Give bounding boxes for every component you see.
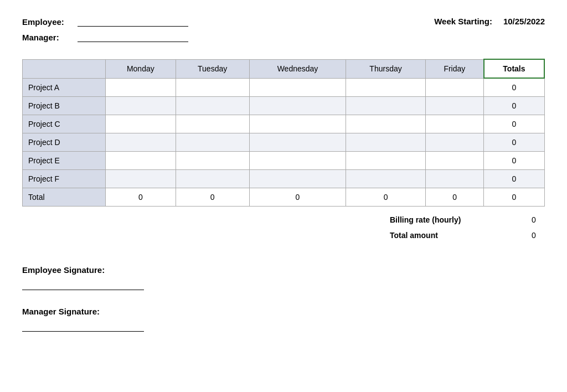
row-hours-cell — [346, 78, 426, 97]
row-project-label: Project D — [23, 133, 106, 152]
row-total: 0 — [484, 78, 544, 97]
billing-section: Billing rate (hourly) 0 Total amount 0 — [22, 212, 545, 243]
row-project-label: Project A — [23, 78, 106, 97]
row-hours-cell — [425, 115, 483, 133]
billing-rate-row: Billing rate (hourly) 0 — [390, 212, 545, 228]
row-hours-cell — [346, 152, 426, 170]
table-row: Project D0 — [23, 133, 545, 152]
table-row: Project B0 — [23, 97, 545, 115]
row-hours-cell — [106, 78, 176, 97]
row-hours-cell — [425, 170, 483, 188]
row-project-label: Project B — [23, 97, 106, 115]
employee-signature-field: Employee Signature: — [22, 265, 545, 290]
billing-rate-value: 0 — [523, 215, 545, 224]
employee-sig-label: Employee Signature: — [22, 265, 545, 275]
total-row-day: 0 — [176, 188, 249, 207]
th-friday: Friday — [425, 59, 483, 78]
table-row: Project E0 — [23, 152, 545, 170]
total-row-day: 0 — [425, 188, 483, 207]
total-row-grand: 0 — [484, 188, 544, 207]
th-wednesday: Wednesday — [249, 59, 346, 78]
row-hours-cell — [346, 133, 426, 152]
row-hours-cell — [425, 133, 483, 152]
employee-label: Employee: — [22, 17, 72, 27]
table-header-row: Monday Tuesday Wednesday Thursday Friday… — [23, 59, 545, 78]
total-row: Total000000 — [23, 188, 545, 207]
row-hours-cell — [106, 170, 176, 188]
row-hours-cell — [425, 78, 483, 97]
row-project-label: Project C — [23, 115, 106, 133]
row-total: 0 — [484, 152, 544, 170]
total-amount-value: 0 — [523, 231, 545, 240]
week-date-value: 10/25/2022 — [503, 17, 545, 26]
row-hours-cell — [176, 152, 249, 170]
th-tuesday: Tuesday — [176, 59, 249, 78]
row-hours-cell — [346, 170, 426, 188]
row-total: 0 — [484, 170, 544, 188]
header-section: Employee: Manager: Week Starting: 10/25/… — [22, 17, 545, 42]
row-hours-cell — [106, 152, 176, 170]
row-hours-cell — [176, 78, 249, 97]
row-hours-cell — [249, 78, 346, 97]
th-thursday: Thursday — [346, 59, 426, 78]
employee-field: Employee: — [22, 17, 188, 27]
total-amount-row: Total amount 0 — [390, 228, 545, 243]
row-hours-cell — [249, 115, 346, 133]
employee-input-line — [78, 17, 188, 27]
row-hours-cell — [425, 97, 483, 115]
row-hours-cell — [176, 170, 249, 188]
row-hours-cell — [249, 133, 346, 152]
manager-label: Manager: — [22, 33, 72, 42]
row-total: 0 — [484, 133, 544, 152]
signature-section: Employee Signature: Manager Signature: — [22, 265, 545, 332]
timesheet-table: Monday Tuesday Wednesday Thursday Friday… — [22, 59, 545, 207]
row-hours-cell — [346, 97, 426, 115]
manager-sig-label: Manager Signature: — [22, 307, 545, 316]
total-row-day: 0 — [249, 188, 346, 207]
billing-rate-label: Billing rate (hourly) — [390, 215, 461, 224]
th-monday: Monday — [106, 59, 176, 78]
row-hours-cell — [106, 133, 176, 152]
row-hours-cell — [176, 133, 249, 152]
header-right: Week Starting: 10/25/2022 — [434, 17, 545, 26]
table-row: Project C0 — [23, 115, 545, 133]
week-starting-label: Week Starting: — [434, 17, 492, 26]
row-hours-cell — [249, 170, 346, 188]
header-left: Employee: Manager: — [22, 17, 188, 42]
row-hours-cell — [176, 97, 249, 115]
row-hours-cell — [425, 152, 483, 170]
row-total: 0 — [484, 115, 544, 133]
row-total: 0 — [484, 97, 544, 115]
row-hours-cell — [249, 152, 346, 170]
manager-input-line — [78, 32, 188, 42]
row-hours-cell — [106, 97, 176, 115]
total-row-day: 0 — [106, 188, 176, 207]
row-hours-cell — [106, 115, 176, 133]
table-row: Project F0 — [23, 170, 545, 188]
th-empty — [23, 59, 106, 78]
manager-sig-line — [22, 322, 144, 332]
total-amount-label: Total amount — [390, 231, 438, 240]
row-hours-cell — [176, 115, 249, 133]
employee-sig-line — [22, 280, 144, 290]
table-row: Project A0 — [23, 78, 545, 97]
total-row-label: Total — [23, 188, 106, 207]
th-totals: Totals — [484, 59, 544, 78]
row-hours-cell — [249, 97, 346, 115]
row-project-label: Project E — [23, 152, 106, 170]
manager-field: Manager: — [22, 32, 188, 42]
row-project-label: Project F — [23, 170, 106, 188]
row-hours-cell — [346, 115, 426, 133]
total-row-day: 0 — [346, 188, 426, 207]
manager-signature-field: Manager Signature: — [22, 307, 545, 332]
